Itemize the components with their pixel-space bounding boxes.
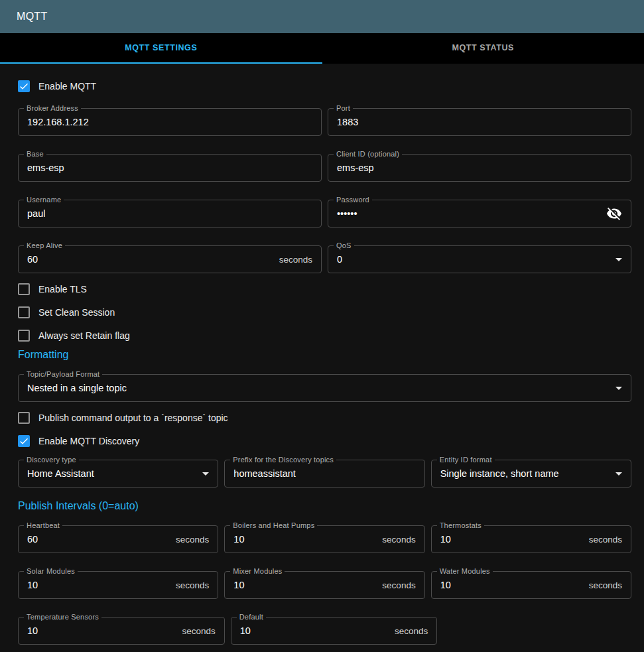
form-row: Broker Address 192.168.1.212 Port 1883 [18,103,631,136]
publish-response-checkbox[interactable]: Publish command output to a `response` t… [18,411,228,424]
clean-session-checkbox[interactable]: Set Clean Session [18,306,115,319]
field-label: Discovery type [24,456,79,464]
form-row: Topic/Payload Format Nested in a single … [18,369,631,402]
field-value: homeassistant [233,468,296,479]
field-value: 1883 [337,117,358,127]
port-input[interactable]: Port 1883 [328,108,631,136]
enable-mqtt-checkbox[interactable]: Enable MQTT [18,80,96,93]
field-value: paul [27,208,45,219]
field-label: Mixer Modules [230,567,285,575]
form-row: Username paul Password •••••• [18,194,631,228]
field-value: 10 [440,534,451,545]
checkbox-label: Publish command output to a `response` t… [38,413,228,423]
form-row: Solar Modules 10 seconds Mixer Modules 1… [18,566,631,599]
field-label: Broker Address [24,104,81,112]
water-interval-input[interactable]: Water Modules 10 seconds [431,571,631,599]
page-title: MQTT [17,11,48,23]
checkbox-label: Set Clean Session [38,307,115,318]
field-label: Base [24,150,46,158]
row-spacer [443,617,631,645]
field-value: 10 [27,580,38,590]
field-label: Water Modules [437,567,493,575]
checkbox-label: Enable MQTT [38,81,96,92]
visibility-off-icon[interactable] [606,206,622,222]
field-value: 10 [240,625,251,636]
unit-suffix: seconds [176,535,209,545]
field-value: Home Assistant [27,468,94,479]
heartbeat-interval-input[interactable]: Heartbeat 60 seconds [18,525,218,553]
field-label: Boilers and Heat Pumps [230,521,317,529]
form-row: Heartbeat 60 seconds Boilers and Heat Pu… [18,520,631,553]
field-value: 0 [337,254,342,265]
chevron-down-icon [202,472,209,476]
field-label: Topic/Payload Format [24,370,102,378]
tab-mqtt-status[interactable]: MQTT STATUS [322,33,644,64]
field-label: Solar Modules [24,567,78,575]
checkbox-unchecked-icon [18,283,30,295]
field-label: Thermostats [437,521,484,529]
field-label: Username [24,196,64,204]
unit-suffix: seconds [382,535,415,545]
chevron-down-icon [615,258,622,261]
field-label: Entity ID format [437,456,495,464]
enable-tls-checkbox[interactable]: Enable TLS [18,283,87,296]
field-label: QoS [334,241,354,249]
field-label: Port [334,104,353,112]
entity-id-format-select[interactable]: Entity ID format Single instance, short … [431,460,631,488]
default-interval-input[interactable]: Default 10 seconds [231,617,438,645]
checkbox-unchecked-icon [18,306,30,318]
field-label: Client ID (optional) [334,150,402,158]
chevron-down-icon [615,387,622,390]
unit-suffix: seconds [395,626,428,636]
client-id-input[interactable]: Client ID (optional) ems-esp [328,154,631,182]
unit-suffix: seconds [279,255,312,265]
tab-mqtt-settings[interactable]: MQTT SETTINGS [0,33,322,64]
field-label: Temperature Sensors [24,613,101,621]
mixer-interval-input[interactable]: Mixer Modules 10 seconds [224,571,424,599]
checkbox-label: Enable MQTT Discovery [38,436,139,446]
boilers-interval-input[interactable]: Boilers and Heat Pumps 10 seconds [224,525,424,553]
tab-label: MQTT SETTINGS [125,43,197,52]
checkbox-unchecked-icon [18,412,30,424]
qos-select[interactable]: QoS 0 [328,245,631,273]
form-row: Base ems-esp Client ID (optional) ems-es… [18,149,631,182]
mqtt-settings-form: Enable MQTT Broker Address 192.168.1.212… [0,64,644,645]
unit-suffix: seconds [589,580,622,590]
app-header: MQTT [0,0,644,33]
broker-address-input[interactable]: Broker Address 192.168.1.212 [18,108,322,136]
field-value: Nested in a single topic [27,383,127,393]
checkbox-label: Enable TLS [38,284,87,294]
field-label: Prefix for the Discovery topics [230,456,336,464]
enable-discovery-checkbox[interactable]: Enable MQTT Discovery [18,434,139,448]
retain-flag-checkbox[interactable]: Always set Retain flag [18,329,130,342]
keep-alive-input[interactable]: Keep Alive 60 seconds [18,245,322,273]
field-value: 10 [233,580,244,590]
checkbox-unchecked-icon [18,330,30,342]
temperature-sensors-interval-input[interactable]: Temperature Sensors 10 seconds [18,617,225,645]
field-value: 10 [233,534,244,545]
base-input[interactable]: Base ems-esp [18,154,322,182]
topic-payload-format-select[interactable]: Topic/Payload Format Nested in a single … [18,374,631,402]
unit-suffix: seconds [382,580,415,590]
formatting-section-title: Formatting [18,349,631,361]
publish-intervals-section-title: Publish Intervals (0=auto) [18,500,631,512]
password-input[interactable]: Password •••••• [328,200,631,228]
field-value: 10 [440,580,451,590]
tab-bar: MQTT SETTINGS MQTT STATUS [0,33,644,64]
form-row: Discovery type Home Assistant Prefix for… [18,454,631,488]
field-label: Heartbeat [24,521,62,529]
checkbox-label: Always set Retain flag [38,330,130,341]
discovery-type-select[interactable]: Discovery type Home Assistant [18,460,218,488]
checkbox-checked-icon [18,435,30,447]
tab-label: MQTT STATUS [452,43,514,52]
field-label: Password [334,196,372,204]
discovery-prefix-input[interactable]: Prefix for the Discovery topics homeassi… [224,460,424,488]
field-value: 192.168.1.212 [27,117,89,127]
field-value: 10 [27,625,38,636]
solar-interval-input[interactable]: Solar Modules 10 seconds [18,571,218,599]
chevron-down-icon [615,472,622,476]
username-input[interactable]: Username paul [18,200,322,228]
field-label: Default [237,613,266,621]
thermostats-interval-input[interactable]: Thermostats 10 seconds [431,525,631,553]
app: MQTT MQTT SETTINGS MQTT STATUS Enable MQ… [0,0,644,645]
